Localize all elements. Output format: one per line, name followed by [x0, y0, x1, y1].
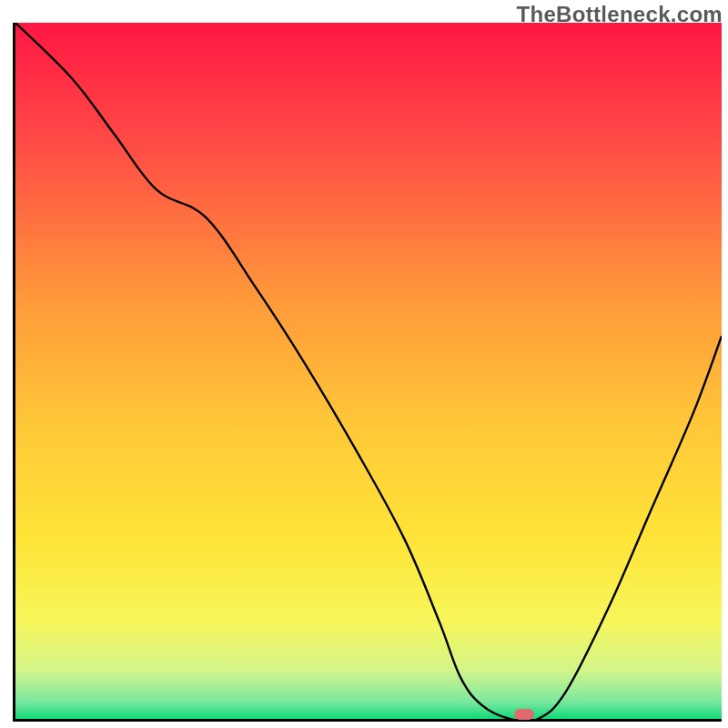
- chart-frame: TheBottleneck.com: [0, 0, 728, 728]
- bottleneck-curve: [15, 23, 722, 719]
- watermark-text: TheBottleneck.com: [517, 2, 723, 27]
- plot-area: [13, 23, 722, 722]
- optimal-point-marker: [514, 709, 534, 720]
